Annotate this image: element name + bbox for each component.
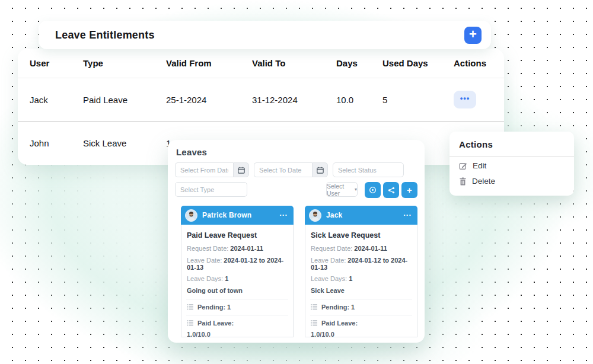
- menu-item-label: Delete: [472, 177, 495, 186]
- filter-buttons: +: [365, 182, 417, 198]
- list-icon: [311, 304, 317, 310]
- column-header-valid-from: Valid From: [166, 58, 252, 68]
- leaves-panel-title: Leaves: [176, 147, 417, 157]
- trash-icon: [459, 177, 467, 186]
- card-employee-name: Jack: [326, 211, 398, 219]
- filter-row-1: [175, 162, 417, 177]
- page-header: Leave Entitlements +: [39, 21, 491, 49]
- request-date-line: Request Date:2024-01-11: [311, 245, 412, 252]
- plus-icon: +: [469, 28, 477, 41]
- card-header: Patrick Brown ...: [181, 206, 294, 225]
- edit-icon: [459, 162, 467, 170]
- target-icon: [369, 186, 377, 194]
- from-date-group: [175, 162, 249, 177]
- to-date-calendar-button[interactable]: [312, 162, 328, 177]
- list-icon: [187, 304, 193, 310]
- leave-request-card: Patrick Brown ... Paid Leave Request Req…: [181, 206, 294, 337]
- share-filter-button[interactable]: [383, 182, 399, 198]
- divider: [186, 315, 288, 315]
- filter-row-2: Select User ▾ +: [175, 182, 417, 198]
- list-icon: [311, 320, 317, 326]
- user-select-label: Select User: [327, 183, 354, 197]
- target-filter-button[interactable]: [365, 182, 381, 198]
- cell-valid-to: 31-12-2024: [252, 95, 336, 105]
- leave-date-line: Leave Date:2024-01-12 to 2024-01-13: [187, 257, 288, 271]
- card-body: Sick Leave Request Request Date:2024-01-…: [305, 225, 417, 337]
- cell-used-days: 5: [382, 95, 454, 105]
- calendar-icon: [238, 167, 245, 174]
- column-header-type: Type: [83, 58, 166, 68]
- leave-days-line: Leave Days:1: [311, 275, 412, 282]
- divider: [310, 315, 412, 315]
- pending-line: Pending: 1: [187, 304, 288, 311]
- column-header-user: User: [30, 58, 83, 68]
- card-employee-name: Patrick Brown: [202, 211, 275, 219]
- card-header: Jack ...: [305, 206, 417, 225]
- divider: [310, 299, 412, 299]
- divider: [186, 299, 288, 299]
- column-header-valid-to: Valid To: [252, 58, 336, 68]
- ellipsis-icon: •••: [460, 94, 470, 103]
- row-actions-button[interactable]: •••: [454, 91, 476, 108]
- type-input[interactable]: [175, 182, 247, 197]
- from-date-calendar-button[interactable]: [233, 162, 249, 177]
- pending-line: Pending: 1: [311, 304, 412, 311]
- leave-date-line: Leave Date:2024-01-12 to 2024-01-13: [311, 257, 412, 271]
- table-row: Jack Paid Leave 25-1-2024 31-12-2024 10.…: [18, 78, 504, 122]
- add-entitlement-button[interactable]: +: [464, 27, 482, 44]
- column-header-actions: Actions: [454, 58, 504, 68]
- chevron-down-icon: ▾: [355, 187, 357, 192]
- from-date-input[interactable]: [175, 162, 233, 177]
- card-body: Paid Leave Request Request Date:2024-01-…: [181, 225, 294, 337]
- card-menu-button[interactable]: ...: [279, 212, 288, 218]
- actions-dropdown: Actions Edit Delete: [449, 132, 574, 196]
- avatar: [309, 209, 321, 222]
- leaves-panel: Leaves: [168, 140, 425, 343]
- page-title: Leave Entitlements: [55, 29, 464, 41]
- add-leave-button[interactable]: +: [401, 182, 417, 198]
- leave-cards-row: Patrick Brown ... Paid Leave Request Req…: [174, 206, 417, 337]
- balance-label-line: Paid Leave:: [311, 320, 412, 327]
- cell-type: Paid Leave: [83, 95, 166, 105]
- menu-item-label: Edit: [473, 161, 486, 170]
- cell-type: Sick Leave: [83, 138, 166, 148]
- balance-value: 1.0/10.0: [187, 331, 288, 338]
- avatar: [185, 209, 197, 222]
- calendar-icon: [317, 167, 324, 174]
- menu-item-delete[interactable]: Delete: [449, 173, 574, 188]
- to-date-input[interactable]: [254, 162, 312, 177]
- column-header-days: Days: [336, 58, 382, 68]
- plus-icon: +: [407, 186, 412, 194]
- share-icon: [388, 187, 395, 194]
- card-menu-button[interactable]: ...: [403, 212, 412, 218]
- column-header-used-days: Used Days: [382, 58, 454, 68]
- user-select[interactable]: Select User ▾: [326, 182, 358, 197]
- cell-valid-from: 25-1-2024: [166, 95, 252, 105]
- leave-request-title: Paid Leave Request: [187, 231, 288, 240]
- actions-dropdown-title: Actions: [449, 139, 574, 157]
- status-input[interactable]: [333, 162, 404, 177]
- balance-label-line: Paid Leave:: [187, 320, 288, 327]
- to-date-group: [254, 162, 328, 177]
- leave-reason: Sick Leave: [311, 287, 412, 294]
- balance-value: 1.0/10.0: [311, 331, 412, 338]
- cell-user: Jack: [30, 95, 83, 105]
- cell-days: 10.0: [336, 95, 382, 105]
- leave-days-line: Leave Days:1: [187, 275, 288, 282]
- table-header-row: User Type Valid From Valid To Days Used …: [18, 49, 504, 78]
- leave-request-title: Sick Leave Request: [311, 231, 412, 240]
- list-icon: [187, 320, 193, 326]
- menu-item-edit[interactable]: Edit: [449, 157, 574, 173]
- request-date-line: Request Date:2024-01-11: [187, 245, 288, 252]
- cell-user: John: [30, 138, 83, 148]
- leave-reason: Going out of town: [187, 287, 288, 294]
- leave-request-card: Jack ... Sick Leave Request Request Date…: [305, 206, 417, 337]
